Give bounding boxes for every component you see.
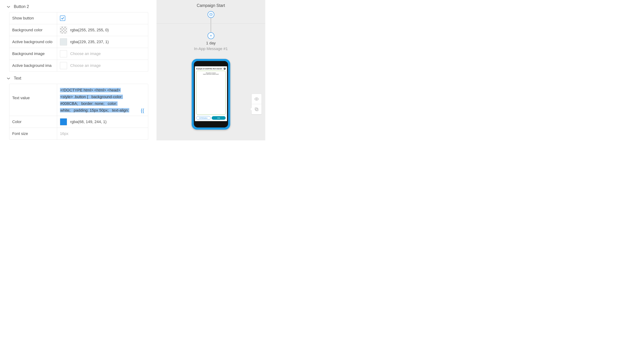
row-text-value: Text value <!DOCTYPE html> <html> <head>… bbox=[9, 84, 148, 116]
label-color: Color bbox=[9, 116, 57, 128]
node-label: In-App Message #1 bbox=[194, 46, 228, 51]
preview-button-2: CSS bbox=[212, 116, 226, 120]
clock-node[interactable] bbox=[208, 11, 214, 18]
phone-preview[interactable]: Example of CSS/HTML Rich Interstit ✕ Rou… bbox=[192, 59, 230, 130]
merge-field-button[interactable]: {{ bbox=[141, 108, 144, 113]
font-size-value[interactable]: 16px bbox=[60, 132, 68, 136]
preview-button-row: OOTB Button CSS bbox=[196, 116, 226, 120]
label-show-button: Show button bbox=[9, 12, 57, 24]
row-bg-color: Background color rgba(255, 255, 255, 0) bbox=[9, 24, 148, 36]
row-active-bg-color: Active background colo rgba(229, 235, 23… bbox=[9, 36, 148, 48]
toolbar-caret bbox=[250, 108, 252, 110]
section-header-text[interactable]: Text bbox=[0, 72, 156, 84]
duplicate-button[interactable] bbox=[252, 104, 262, 114]
campaign-flow: 1 day In-App Message #1 Example of CSS/H… bbox=[156, 11, 265, 130]
campaign-flow-panel: Campaign Start 1 day In-App Message #1 bbox=[156, 0, 265, 140]
svg-point-3 bbox=[256, 98, 257, 100]
flow-connector bbox=[210, 18, 211, 32]
text-value-input[interactable]: <!DOCTYPE html> <html> <head> <style> .b… bbox=[60, 87, 129, 114]
color-swatch[interactable] bbox=[60, 118, 67, 126]
row-show-button: Show button bbox=[9, 12, 148, 24]
label-bg-image: Background image bbox=[9, 48, 57, 60]
active-bg-image-placeholder[interactable]: Choose an image bbox=[70, 63, 100, 68]
delay-label: 1 day bbox=[206, 41, 216, 46]
active-bg-color-value[interactable]: rgba(229, 235, 237, 1) bbox=[70, 40, 109, 44]
bg-color-value[interactable]: rgba(255, 255, 255, 0) bbox=[70, 28, 109, 32]
chevron-down-icon bbox=[6, 77, 10, 80]
bg-color-swatch[interactable] bbox=[60, 26, 67, 34]
color-value[interactable]: rgba(68, 149, 244, 1) bbox=[70, 120, 106, 124]
button2-property-table: Show button Background color rgba(255, 2… bbox=[9, 12, 148, 72]
preview-title: Example of CSS/HTML Rich Interstit bbox=[196, 68, 222, 70]
preview-toolbar bbox=[252, 94, 262, 114]
label-active-bg-image: Active background ima bbox=[9, 60, 57, 72]
preview-button-1: OOTB Button bbox=[196, 116, 210, 120]
text-property-table: Text value <!DOCTYPE html> <html> <head>… bbox=[9, 84, 148, 140]
bg-image-swatch[interactable] bbox=[60, 50, 67, 57]
label-active-bg-color: Active background colo bbox=[9, 36, 57, 48]
section-title: Text bbox=[14, 76, 21, 81]
flow-divider bbox=[156, 24, 265, 24]
preview-content-box: Rounded corners! Insert stuff and conten… bbox=[196, 71, 226, 115]
label-text-value: Text value bbox=[9, 84, 57, 116]
section-title: Button 2 bbox=[14, 4, 29, 9]
svg-rect-5 bbox=[255, 108, 257, 110]
row-bg-image: Background image Choose an image bbox=[9, 48, 148, 60]
label-font-size: Font size bbox=[9, 128, 57, 140]
section-header-button2[interactable]: Button 2 bbox=[0, 0, 156, 12]
row-font-size: Font size 16px bbox=[9, 128, 148, 140]
bg-image-placeholder[interactable]: Choose an image bbox=[70, 52, 100, 56]
properties-panel: Button 2 Show button Background color rg… bbox=[0, 0, 156, 140]
active-bg-color-swatch[interactable] bbox=[60, 38, 67, 46]
preview-title-row: Example of CSS/HTML Rich Interstit ✕ bbox=[196, 68, 226, 70]
row-active-bg-image: Active background ima Choose an image bbox=[9, 60, 148, 72]
chevron-down-icon bbox=[6, 6, 10, 8]
label-bg-color: Background color bbox=[9, 24, 57, 36]
add-node-button[interactable] bbox=[208, 32, 214, 39]
preview-eye-button[interactable] bbox=[252, 94, 262, 104]
row-color: Color rgba(68, 149, 244, 1) bbox=[9, 116, 148, 128]
show-button-checkbox[interactable] bbox=[60, 16, 65, 21]
campaign-start-title: Campaign Start bbox=[156, 3, 265, 8]
svg-rect-4 bbox=[256, 108, 258, 111]
active-bg-image-swatch[interactable] bbox=[60, 62, 67, 69]
close-icon: ✕ bbox=[224, 68, 226, 70]
